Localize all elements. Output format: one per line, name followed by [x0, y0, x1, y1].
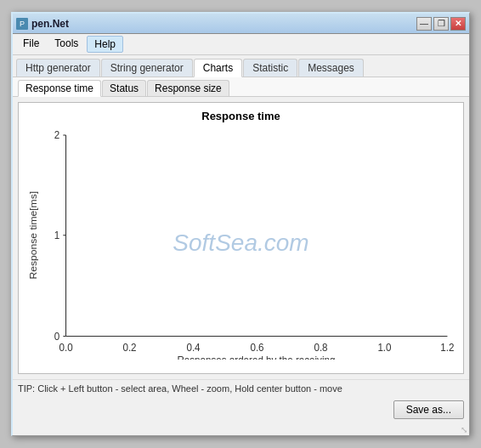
chart-svg: 0 1 2 0.0 0.2 0.4 0.6 0.8 1.0 1.2: [25, 126, 456, 360]
window-title: pen.Net: [31, 18, 69, 30]
title-bar: P pen.Net — ❒ ✕: [13, 14, 469, 34]
chart-container[interactable]: Response time 0 1 2: [18, 102, 464, 374]
resize-handle[interactable]: ⤡: [13, 424, 469, 435]
svg-text:0.4: 0.4: [186, 342, 201, 354]
svg-text:0.2: 0.2: [122, 342, 136, 354]
tip-bar: TIP: Click + Left button - select area, …: [13, 379, 469, 397]
app-icon: P: [16, 18, 28, 30]
chart-inner: 0 1 2 0.0 0.2 0.4 0.6 0.8 1.0 1.2: [25, 126, 456, 360]
title-bar-left: P pen.Net: [16, 18, 69, 30]
svg-text:1: 1: [54, 230, 60, 241]
tab-http-generator[interactable]: Http generator: [16, 59, 100, 77]
menu-file[interactable]: File: [16, 36, 46, 53]
tab-messages[interactable]: Messages: [298, 59, 364, 77]
content-area: Response time 0 1 2: [13, 97, 469, 379]
svg-text:0.0: 0.0: [59, 342, 73, 354]
svg-text:0.8: 0.8: [314, 342, 328, 354]
svg-text:Responses ordered by the recei: Responses ordered by the receiving: [177, 354, 335, 360]
secondary-tabs: Response time Status Response size: [13, 77, 469, 97]
save-as-button[interactable]: Save as...: [393, 400, 464, 419]
menu-bar: File Tools Help: [13, 34, 469, 55]
svg-text:Response time[ms]: Response time[ms]: [27, 191, 39, 280]
menu-help[interactable]: Help: [87, 36, 123, 53]
tab-response-time[interactable]: Response time: [18, 80, 101, 97]
bottom-bar: Save as...: [13, 397, 469, 424]
tab-statistic[interactable]: Statistic: [243, 59, 297, 77]
menu-tools[interactable]: Tools: [48, 36, 85, 53]
chart-title: Response time: [25, 110, 456, 122]
svg-text:2: 2: [54, 129, 59, 141]
main-window: P pen.Net — ❒ ✕ File Tools Help Http gen…: [11, 12, 470, 436]
tab-response-size[interactable]: Response size: [147, 80, 229, 96]
primary-tabs: Http generator String generator Charts S…: [13, 55, 469, 77]
tip-text: TIP: Click + Left button - select area, …: [18, 383, 342, 394]
svg-text:0: 0: [54, 331, 60, 343]
restore-button[interactable]: ❒: [433, 17, 449, 31]
minimize-button[interactable]: —: [416, 17, 432, 31]
close-button[interactable]: ✕: [450, 17, 466, 31]
tab-status[interactable]: Status: [102, 80, 146, 96]
tab-charts[interactable]: Charts: [194, 59, 242, 77]
title-buttons: — ❒ ✕: [416, 17, 466, 31]
tab-string-generator[interactable]: String generator: [101, 59, 193, 77]
svg-text:1.2: 1.2: [440, 342, 454, 354]
svg-text:1.0: 1.0: [377, 342, 392, 354]
svg-text:0.6: 0.6: [250, 342, 264, 354]
